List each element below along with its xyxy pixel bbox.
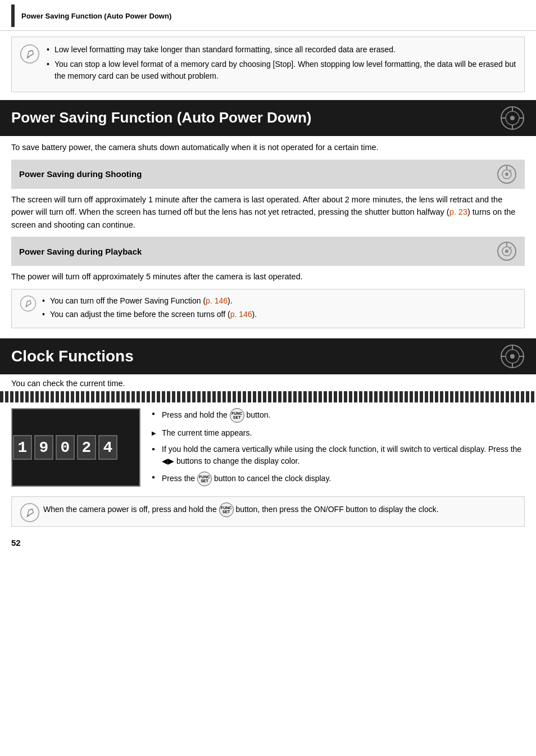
clock-intro: You can check the current time.: [11, 379, 525, 388]
playback-subsection-title: Power Saving during Playback: [19, 247, 142, 256]
clock-digit-4: 2: [77, 435, 96, 460]
clock-digit-2: 9: [34, 435, 53, 460]
clock-digit-1: 1: [13, 435, 32, 460]
pencil-icon: [20, 44, 40, 64]
power-saving-heading-text: Power Saving Function (Auto Power Down): [11, 109, 311, 126]
camera-dial-icon: [500, 106, 525, 130]
clock-functions-heading-text: Clock Functions: [11, 347, 134, 365]
shooting-subsection-title: Power Saving during Shooting: [19, 169, 142, 179]
note2-item-2: You can adjust the time before the scree…: [42, 309, 516, 320]
note-box-2: You can turn off the Power Saving Functi…: [11, 289, 525, 329]
svg-point-23: [510, 354, 515, 359]
note-item-2: You can stop a low level format of a mem…: [47, 58, 516, 82]
shooting-subsection-icon: [497, 164, 517, 184]
note-item-1: Low level formatting may take longer tha…: [47, 44, 516, 55]
page-number: 52: [0, 535, 536, 551]
clock-display-area: 1 9 0 2 4 Press and hold the FUNCSET but…: [11, 402, 525, 491]
clock-digit-6: [120, 435, 139, 460]
svg-point-16: [505, 250, 508, 253]
shooting-link[interactable]: p. 23: [449, 207, 467, 216]
note-content-1: Low level formatting may take longer tha…: [47, 44, 516, 85]
func-set-btn-1: FUNCSET: [230, 408, 244, 423]
note2-item-1: You can turn off the Power Saving Functi…: [42, 295, 516, 306]
svg-point-28: [21, 504, 39, 522]
clock-instruction-3: If you hold the camera vertically while …: [152, 443, 525, 467]
clock-instruction-2: The current time appears.: [152, 427, 525, 439]
clock-heading-icon: [500, 344, 525, 369]
func-set-btn-3: FUNCSET: [219, 503, 234, 517]
svg-point-0: [21, 45, 39, 63]
clock-instruction-4: Press the FUNCSET button to cancel the c…: [152, 472, 525, 486]
note2-link-1[interactable]: p. 146: [206, 296, 228, 305]
func-set-btn-2: FUNCSET: [197, 472, 212, 486]
header-title: Power Saving Function (Auto Power Down): [21, 12, 171, 20]
note-box-1: Low level formatting may take longer tha…: [11, 37, 525, 92]
shooting-subsection-header: Power Saving during Shooting: [11, 160, 525, 189]
svg-line-29: [30, 513, 33, 515]
clock-functions-heading: Clock Functions: [0, 338, 536, 374]
svg-point-19: [21, 296, 36, 311]
power-saving-intro: To save battery power, the camera shuts …: [11, 142, 525, 154]
pencil-icon-2: [20, 295, 37, 312]
bottom-note-content: When the camera power is off, press and …: [43, 503, 516, 520]
clock-display-image: 1 9 0 2 4: [11, 408, 140, 487]
svg-line-20: [28, 304, 31, 305]
playback-subsection-icon: [497, 241, 517, 261]
playback-subsection-header: Power Saving during Playback: [11, 237, 525, 266]
svg-line-1: [30, 54, 33, 56]
top-header: Power Saving Function (Auto Power Down): [0, 0, 536, 31]
striped-bar: [0, 391, 536, 402]
note-content-2: You can turn off the Power Saving Functi…: [42, 295, 516, 323]
clock-digits: 1 9 0 2 4: [13, 435, 139, 460]
pencil-icon-3: [20, 503, 38, 520]
clock-instructions: Press and hold the FUNCSET button. The c…: [152, 408, 525, 491]
svg-point-4: [510, 116, 515, 120]
shooting-subsection-text: The screen will turn off approximately 1…: [11, 193, 525, 231]
power-saving-heading: Power Saving Function (Auto Power Down): [0, 100, 536, 136]
page-container: Power Saving Function (Auto Power Down) …: [0, 0, 536, 756]
clock-instruction-1: Press and hold the FUNCSET button.: [152, 408, 525, 423]
note2-link-2[interactable]: p. 146: [230, 310, 252, 319]
clock-digit-3: 0: [56, 435, 75, 460]
clock-digit-5: 4: [98, 435, 117, 460]
bottom-note-box: When the camera power is off, press and …: [11, 496, 525, 527]
playback-subsection-text: The power will turn off approximately 5 …: [11, 270, 525, 283]
svg-point-11: [505, 173, 508, 176]
header-left-bar: [11, 4, 15, 27]
